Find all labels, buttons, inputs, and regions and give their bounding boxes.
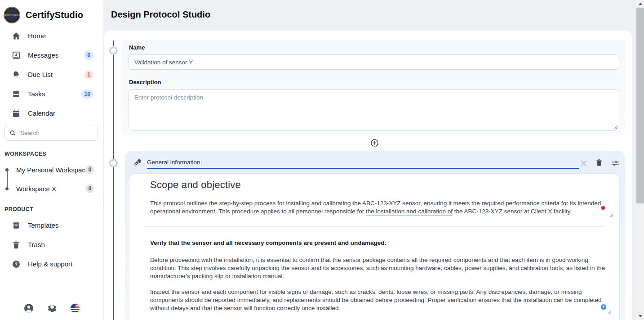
step-paragraph: Inspect the sensor and each component fo… — [150, 288, 605, 312]
search-icon — [9, 130, 16, 136]
sidebar-item-label: Home — [28, 32, 46, 40]
sidebar: CERTIFYSTUDIO CertifyStudio Home Message… — [0, 0, 103, 320]
protocol-name-input[interactable] — [129, 54, 619, 70]
sidebar-footer — [0, 303, 103, 314]
section-settings-button[interactable] — [611, 159, 619, 167]
help-icon: ? — [12, 260, 21, 269]
svg-text:?: ? — [15, 261, 18, 266]
calendar-icon — [12, 109, 21, 118]
workspace-badge: 0 — [85, 184, 94, 193]
resize-handle[interactable] — [613, 124, 618, 129]
trash-icon — [12, 240, 21, 249]
templates-icon — [12, 221, 21, 230]
timeline-node[interactable] — [109, 159, 118, 167]
workspace-badge: 0 — [85, 165, 94, 174]
brand-title: CertifyStudio — [26, 10, 83, 20]
certifystudio-logo-icon: CERTIFYSTUDIO — [4, 7, 20, 23]
step-paragraph: Before proceeding with the installation,… — [150, 256, 609, 280]
sidebar-item-workspace-x[interactable]: Workspace X 0 — [0, 182, 103, 195]
close-icon — [580, 159, 588, 167]
due-list-badge: 1 — [84, 70, 93, 79]
workspace-label: Workspace X — [16, 185, 56, 193]
comment-indicator-dot[interactable] — [601, 206, 605, 210]
step-heading: Verify that the sensor and all necessary… — [150, 239, 608, 246]
sidebar-item-messages[interactable]: Messages 6 — [0, 45, 103, 65]
add-section-button[interactable] — [370, 139, 379, 147]
profile-icon[interactable] — [23, 303, 34, 314]
scrollbar-thumb[interactable] — [636, 8, 644, 203]
tasks-badge: 10 — [81, 90, 93, 99]
brand: CERTIFYSTUDIO CertifyStudio — [4, 6, 83, 24]
section-title-input[interactable]: General information — [147, 157, 579, 169]
sidebar-item-label: Messages — [28, 51, 58, 59]
scope-paragraph: This protocol outlines the step-by-step … — [150, 199, 601, 216]
messages-badge: 6 — [84, 51, 93, 60]
plus-circle-icon — [370, 139, 379, 147]
search-box[interactable] — [4, 125, 98, 141]
workspace-dot-icon — [5, 187, 9, 190]
section-title-text: General information — [147, 159, 200, 166]
sidebar-item-label: Trash — [28, 241, 45, 248]
text-cursor — [201, 159, 201, 166]
content-heading: Scope and objective — [150, 179, 241, 191]
paragraph-text: the ABC-123-XYZ sensor at Client X facil… — [453, 208, 572, 215]
trash-icon — [595, 158, 603, 167]
timeline-node[interactable] — [109, 46, 118, 55]
home-icon — [12, 32, 21, 41]
settings-gear-icon[interactable] — [47, 303, 58, 314]
workspace-dot-icon — [5, 168, 9, 171]
sidebar-item-label: Due List — [28, 71, 53, 78]
scroll-down-button[interactable] — [636, 312, 644, 320]
language-flag-icon[interactable] — [70, 303, 80, 313]
section-content-card: Scope and objective This protocol outlin… — [129, 173, 620, 320]
sidebar-item-label: Help & support — [28, 260, 72, 268]
clear-title-button[interactable] — [580, 159, 588, 167]
section-general-information: General information Scope and objective … — [125, 151, 625, 320]
delete-section-button[interactable] — [595, 158, 603, 167]
content-divider — [144, 226, 605, 227]
sidebar-item-calendar[interactable]: Calendar — [0, 104, 103, 123]
arrow-down-icon — [639, 315, 642, 317]
arrow-up-icon — [639, 3, 642, 5]
sidebar-nav: Home Messages 6 Due List 1 Tasks 10 Cale… — [0, 26, 103, 123]
product-header: PRODUCT — [4, 206, 33, 212]
sidebar-item-help-support[interactable]: ? Help & support — [0, 254, 103, 274]
sliders-icon — [611, 159, 619, 167]
sidebar-item-home[interactable]: Home — [0, 26, 103, 45]
resize-handle[interactable] — [607, 309, 612, 314]
insert-content-button[interactable]: + — [601, 304, 606, 310]
search-input[interactable] — [20, 130, 88, 136]
inline-link[interactable]: the installation and calibration of — [366, 208, 453, 216]
description-label: Description — [129, 79, 161, 86]
protocol-header-form: Name Description — [121, 40, 625, 135]
protocol-description-textarea[interactable] — [129, 89, 619, 131]
product-nav: Templates Trash ? Help & support — [0, 216, 103, 274]
pen-icon — [133, 158, 142, 167]
sidebar-item-trash[interactable]: Trash — [0, 235, 103, 254]
name-label: Name — [129, 44, 145, 51]
protocol-card: Name Description General information — [104, 31, 632, 320]
bell-icon — [11, 69, 22, 80]
sidebar-item-templates[interactable]: Templates — [0, 216, 103, 235]
sidebar-divider — [4, 201, 98, 201]
timeline-line — [113, 41, 114, 320]
resize-handle[interactable] — [608, 212, 613, 217]
workspaces-header: WORKSPACES — [4, 151, 46, 157]
sidebar-item-my-personal-workspace[interactable]: My Personal Workspace 0 — [0, 163, 103, 176]
briefcase-icon — [12, 90, 21, 99]
page-title: Design Protocol Studio — [111, 9, 210, 20]
sidebar-item-label: Calendar — [28, 109, 55, 117]
sidebar-item-tasks[interactable]: Tasks 10 — [0, 84, 103, 104]
main-area: Design Protocol Studio Name Description … — [103, 0, 636, 320]
inbox-icon — [12, 51, 21, 60]
sidebar-item-due-list[interactable]: Due List 1 — [0, 65, 103, 84]
scroll-up-button[interactable] — [636, 0, 644, 8]
sidebar-item-label: Templates — [28, 221, 58, 229]
page-scrollbar[interactable] — [636, 0, 644, 320]
sidebar-item-label: Tasks — [28, 90, 45, 98]
workspace-label: My Personal Workspace — [16, 166, 89, 174]
